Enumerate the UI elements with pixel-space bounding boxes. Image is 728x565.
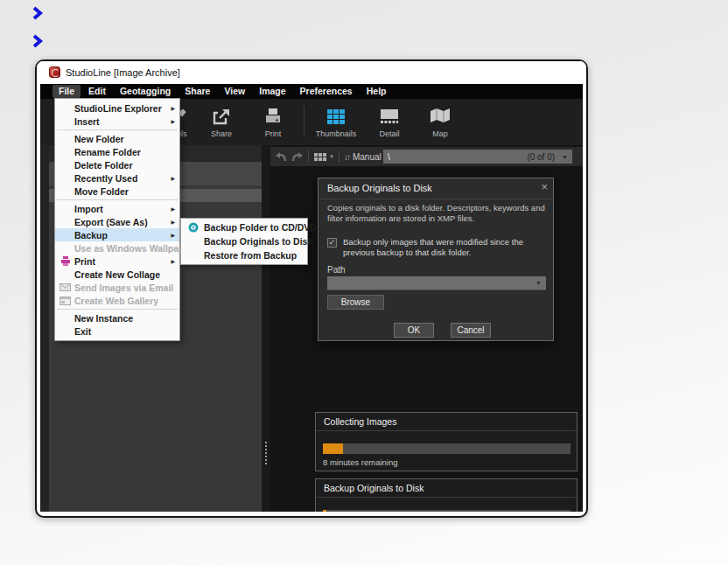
submenu-arrow-icon: ▶ bbox=[171, 258, 175, 264]
title-bar: StudioLine [Image Archive] bbox=[37, 61, 586, 84]
menu-item-create-web-gallery[interactable]: Create Web Gallery bbox=[55, 294, 179, 307]
navigation-toolbar: ▼ ↓↑ Manual \ (0 of 0) ▼ bbox=[270, 147, 583, 166]
progress-fill bbox=[323, 443, 343, 454]
submenu-item-backup-originals-to-disk[interactable]: Backup Originals to Disk bbox=[181, 234, 307, 248]
menu-share[interactable]: Share bbox=[178, 85, 216, 98]
ok-button[interactable]: OK bbox=[394, 323, 434, 338]
submenu-arrow-icon: ▶ bbox=[171, 219, 175, 225]
nav-separator bbox=[308, 150, 309, 163]
progress-track bbox=[323, 510, 570, 512]
detail-icon bbox=[379, 104, 400, 129]
app-shell: File Edit Geotagging Share View Image Pr… bbox=[40, 84, 583, 512]
sort-order-button[interactable]: ↓↑ Manual bbox=[344, 152, 382, 162]
menu-view[interactable]: View bbox=[218, 85, 251, 98]
forward-button[interactable] bbox=[291, 151, 304, 163]
progress-track bbox=[323, 443, 570, 454]
folder-path-combobox[interactable]: \ (0 of 0) ▼ bbox=[383, 150, 572, 164]
app-window: StudioLine [Image Archive] File Edit Geo… bbox=[35, 59, 588, 518]
submenu-arrow-icon: ▶ bbox=[171, 118, 175, 124]
menu-item-delete-folder[interactable]: Delete Folder bbox=[55, 158, 179, 171]
menu-image[interactable]: Image bbox=[253, 85, 291, 98]
toolbar-separator bbox=[304, 106, 304, 137]
menu-item-exit[interactable]: Exit bbox=[55, 324, 179, 338]
backup-progress-panel: Backup Originals to Disk 1% done Cancel bbox=[315, 478, 578, 512]
thumbnails-button[interactable]: Thumbnails bbox=[308, 104, 364, 138]
menu-item-new-folder[interactable]: New Folder bbox=[55, 132, 179, 145]
menu-item-backup[interactable]: Backup ▶ bbox=[55, 228, 179, 241]
menu-separator bbox=[57, 129, 178, 130]
panel-divider bbox=[316, 430, 577, 431]
menu-separator bbox=[57, 199, 178, 200]
menu-help[interactable]: Help bbox=[360, 85, 393, 98]
disc-icon bbox=[186, 222, 200, 232]
menu-item-insert[interactable]: Insert ▶ bbox=[55, 115, 179, 128]
path-value: \ bbox=[388, 152, 527, 162]
submenu-arrow-icon: ▶ bbox=[171, 105, 175, 111]
menu-item-import[interactable]: Import ▶ bbox=[55, 202, 179, 215]
submenu-item-restore-from-backup[interactable]: Restore from Backup bbox=[181, 248, 307, 262]
path-combobox[interactable]: ▼ bbox=[327, 276, 546, 290]
menu-file[interactable]: File bbox=[52, 85, 80, 98]
chevron-down-icon: ▼ bbox=[329, 154, 334, 159]
blue-chevron-icon bbox=[32, 34, 44, 48]
back-button[interactable] bbox=[275, 151, 287, 163]
browse-button[interactable]: Browse bbox=[327, 295, 384, 310]
print-icon bbox=[262, 104, 284, 129]
menu-item-use-as-windows-wallpaper[interactable]: Use as Windows Wallpaper bbox=[55, 241, 179, 255]
checkbox-label: Backup only images that were modified si… bbox=[343, 237, 540, 258]
menu-item-new-instance[interactable]: New Instance bbox=[55, 311, 179, 324]
splitter-grip-icon bbox=[265, 442, 267, 464]
window-title: StudioLine [Image Archive] bbox=[66, 61, 180, 84]
menu-item-rename-folder[interactable]: Rename Folder bbox=[55, 145, 179, 158]
submenu-arrow-icon: ▶ bbox=[171, 232, 175, 238]
print-button[interactable]: Print bbox=[245, 104, 301, 138]
panel-title: Backup Originals to Disk bbox=[324, 483, 424, 493]
blue-chevron-icon bbox=[32, 6, 44, 20]
modified-only-checkbox-row[interactable]: ✓ Backup only images that were modified … bbox=[327, 237, 546, 258]
grid-view-icon bbox=[314, 153, 326, 161]
menu-item-send-images-via-email[interactable]: Send Images via Email bbox=[55, 281, 179, 294]
checkbox[interactable]: ✓ bbox=[327, 238, 337, 248]
share-icon bbox=[211, 104, 232, 129]
menu-geotagging[interactable]: Geotagging bbox=[114, 85, 177, 98]
menu-item-recently-used[interactable]: Recently Used ▶ bbox=[55, 171, 179, 185]
envelope-icon bbox=[59, 282, 72, 292]
submenu-item-backup-folder-to-cd-dvd[interactable]: Backup Folder to CD/DVD bbox=[181, 220, 307, 234]
backup-submenu: Backup Folder to CD/DVD Backup Originals… bbox=[180, 218, 308, 265]
menu-item-create-new-collage[interactable]: Create New Collage bbox=[55, 268, 179, 281]
chevron-down-icon: ▼ bbox=[536, 280, 542, 286]
menu-item-studioline-explorer[interactable]: StudioLine Explorer ▶ bbox=[55, 101, 179, 115]
menu-item-move-folder[interactable]: Move Folder bbox=[55, 185, 179, 198]
panel-divider bbox=[316, 497, 577, 498]
submenu-arrow-icon: ▶ bbox=[171, 206, 175, 212]
submenu-arrow-icon: ▶ bbox=[171, 175, 175, 181]
left-collapse-strip[interactable]: ◀ bbox=[40, 145, 49, 512]
checkmark-icon: ✓ bbox=[329, 239, 336, 247]
panel-title: Collecting Images bbox=[324, 416, 396, 427]
dialog-title: Backup Originals to Disk bbox=[327, 183, 432, 193]
cancel-button[interactable]: Cancel bbox=[451, 323, 491, 338]
close-icon[interactable]: × bbox=[541, 180, 548, 194]
menu-item-print[interactable]: Print ▶ bbox=[55, 255, 179, 268]
chevron-down-icon: ▼ bbox=[562, 154, 568, 160]
item-count-label: (0 of 0) bbox=[527, 152, 555, 162]
sort-arrows-icon: ↓↑ bbox=[344, 152, 349, 162]
menu-separator bbox=[57, 309, 178, 310]
share-button[interactable]: Share bbox=[193, 104, 249, 138]
sort-mode-label: Manual bbox=[353, 152, 382, 162]
map-button[interactable]: Map bbox=[412, 104, 468, 138]
menu-edit[interactable]: Edit bbox=[82, 85, 112, 98]
view-options-button[interactable]: ▼ bbox=[314, 153, 334, 161]
detail-button[interactable]: Detail bbox=[361, 104, 417, 138]
web-gallery-icon bbox=[59, 296, 72, 305]
progress-status: 8 minutes remaining bbox=[323, 457, 398, 467]
thumbnails-icon bbox=[327, 104, 345, 129]
nav-separator bbox=[339, 150, 340, 163]
menu-item-export-save-as[interactable]: Export (Save As) ▶ bbox=[55, 215, 179, 228]
dialog-divider bbox=[318, 199, 553, 199]
collecting-images-panel: Collecting Images 8 minutes remaining bbox=[315, 412, 578, 471]
file-menu-dropdown: StudioLine Explorer ▶ Insert ▶ New Folde… bbox=[54, 98, 180, 341]
menu-preferences[interactable]: Preferences bbox=[294, 85, 359, 98]
panel-splitter[interactable] bbox=[262, 145, 270, 512]
progress-fill bbox=[323, 510, 326, 512]
